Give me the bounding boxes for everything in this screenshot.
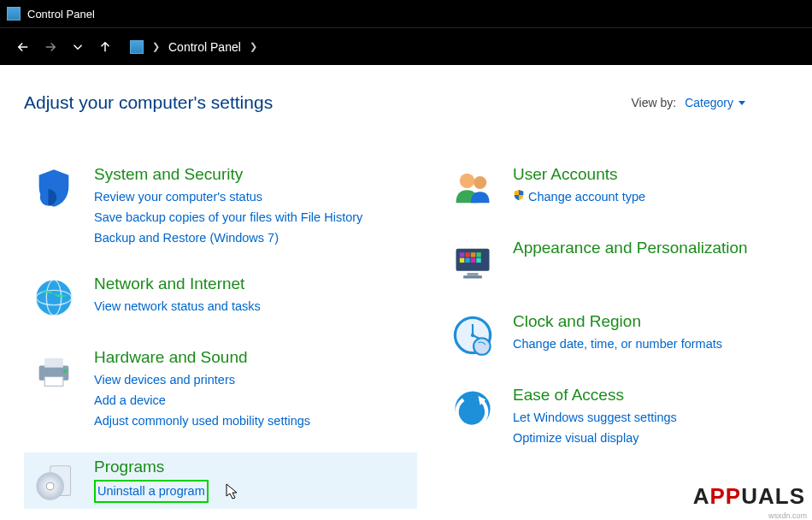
appuals-logo: APPUALS [693, 483, 805, 510]
right-column: User Accounts Change account type Appear… [443, 160, 788, 520]
window-title: Control Panel [27, 8, 95, 21]
title-bar: Control Panel [0, 0, 812, 27]
control-panel-icon [7, 7, 21, 21]
svg-rect-18 [471, 252, 475, 257]
clock-icon [448, 310, 497, 360]
svg-point-12 [474, 176, 486, 189]
category-ease-of-access: Ease of Access Let Windows suggest setti… [443, 381, 788, 452]
svg-point-10 [46, 482, 54, 490]
link-text: Change account type [528, 190, 645, 204]
category-title[interactable]: User Accounts [513, 165, 645, 184]
svg-rect-21 [465, 258, 469, 263]
category-link[interactable]: Review your computer's status [94, 187, 362, 208]
category-link[interactable]: Adjust commonly used mobility settings [94, 411, 310, 432]
category-title[interactable]: System and Security [94, 165, 362, 184]
svg-point-1 [36, 280, 71, 315]
content-area: Adjust your computer's settings View by:… [0, 65, 812, 520]
category-link[interactable]: View devices and printers [94, 370, 310, 391]
svg-rect-22 [471, 258, 475, 263]
category-link[interactable]: Save backup copies of your files with Fi… [94, 208, 362, 228]
left-column: System and Security Review your computer… [24, 160, 417, 520]
category-title[interactable]: Programs [94, 458, 209, 476]
category-appearance-personalization: Appearance and Personalization [443, 233, 788, 290]
category-link[interactable]: View network status and tasks [94, 297, 261, 317]
svg-rect-16 [460, 252, 464, 257]
watermark-text: wsxdn.com [768, 511, 807, 520]
category-clock-region: Clock and Region Change date, time, or n… [443, 307, 788, 363]
view-by-label: View by: [632, 96, 677, 109]
category-hardware-sound: Hardware and Sound View devices and prin… [24, 343, 417, 435]
forward-button[interactable] [38, 34, 63, 60]
category-title[interactable]: Clock and Region [513, 312, 722, 331]
svg-point-7 [63, 369, 67, 373]
page-title: Adjust your computer's settings [24, 92, 273, 113]
view-by-control: View by: Category [632, 96, 788, 109]
category-title[interactable]: Appearance and Personalization [513, 239, 748, 257]
svg-point-28 [474, 338, 491, 355]
category-link[interactable]: Change account type [513, 187, 645, 208]
svg-rect-5 [44, 358, 63, 368]
category-columns: System and Security Review your computer… [24, 160, 788, 520]
category-system-security: System and Security Review your computer… [24, 160, 417, 252]
disc-box-icon [29, 456, 79, 505]
ease-of-access-icon [448, 384, 497, 434]
svg-rect-23 [476, 258, 480, 263]
category-link[interactable]: Add a device [94, 391, 310, 411]
svg-point-11 [460, 174, 474, 188]
category-link[interactable]: Optimize visual display [513, 428, 677, 449]
address-bar-icon [130, 40, 144, 54]
people-icon [448, 163, 497, 213]
category-programs: Programs Uninstall a program [24, 452, 417, 509]
content-header: Adjust your computer's settings View by:… [24, 92, 788, 113]
svg-rect-6 [44, 376, 63, 386]
category-network-internet: Network and Internet View network status… [24, 269, 417, 326]
printer-icon [29, 346, 79, 396]
navigation-bar: ❯ Control Panel ❯ [0, 27, 812, 65]
svg-rect-17 [465, 252, 469, 257]
back-button[interactable] [10, 34, 36, 60]
shield-icon [29, 163, 79, 213]
recent-locations-button[interactable] [65, 34, 91, 60]
logo-part: A [693, 483, 710, 510]
category-user-accounts: User Accounts Change account type [443, 160, 788, 216]
monitor-colors-icon [448, 237, 497, 287]
svg-rect-19 [476, 252, 480, 257]
svg-rect-15 [463, 275, 482, 278]
uac-shield-icon [513, 187, 525, 208]
logo-part: UALS [741, 483, 805, 510]
chevron-right-icon[interactable]: ❯ [244, 41, 262, 52]
svg-rect-14 [468, 273, 479, 275]
svg-rect-20 [460, 258, 464, 263]
globe-icon [29, 273, 79, 322]
highlighted-link-box: Uninstall a program [94, 480, 209, 504]
cursor-icon [226, 483, 239, 504]
category-link[interactable]: Backup and Restore (Windows 7) [94, 228, 362, 249]
chevron-right-icon[interactable]: ❯ [147, 41, 165, 52]
category-title[interactable]: Hardware and Sound [94, 348, 310, 367]
uninstall-program-link[interactable]: Uninstall a program [97, 484, 205, 498]
category-link[interactable]: Change date, time, or number formats [513, 334, 722, 355]
logo-part: PP [710, 483, 742, 510]
category-link[interactable]: Let Windows suggest settings [513, 408, 677, 428]
category-title[interactable]: Ease of Access [513, 386, 677, 405]
up-button[interactable] [92, 34, 118, 60]
category-title[interactable]: Network and Internet [94, 275, 261, 293]
view-by-dropdown[interactable]: Category [685, 96, 745, 109]
breadcrumb-item[interactable]: Control Panel [165, 40, 244, 54]
